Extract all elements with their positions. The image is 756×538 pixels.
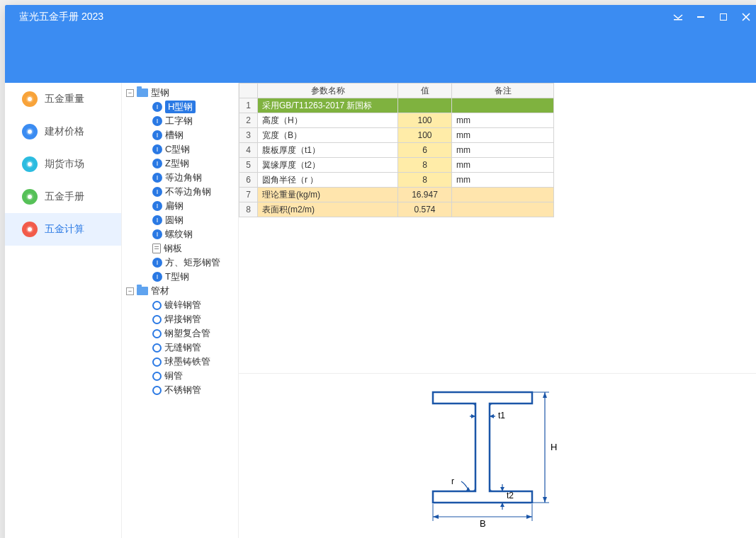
tree-item-label: 镀锌钢管 <box>164 299 201 311</box>
tree-item-label: 铜管 <box>164 370 183 382</box>
tree-item-label: 不锈钢管 <box>164 384 201 396</box>
sheet-icon <box>152 244 161 253</box>
tree-item[interactable]: IH型钢 <box>142 100 238 114</box>
maximize-button[interactable] <box>716 9 731 25</box>
tree-item[interactable]: 球墨铸铁管 <box>142 355 238 369</box>
tree-item[interactable]: I不等边角钢 <box>142 185 238 199</box>
tree-item[interactable]: I等边角钢 <box>142 171 238 185</box>
row-number: 5 <box>239 158 258 173</box>
tree-item[interactable]: I槽钢 <box>142 128 238 142</box>
sidebar-item-3[interactable]: 五金手册 <box>5 181 121 213</box>
title-bar: 蓝光五金手册 2023 <box>5 5 756 83</box>
app-window: { "app": { "title": "蓝光五金手册 2023" }, "si… <box>5 5 756 538</box>
info-badge-icon: I <box>152 272 162 282</box>
tree-item[interactable]: I扁钢 <box>142 199 238 213</box>
close-button[interactable] <box>738 9 754 25</box>
tree-item[interactable]: 不锈钢管 <box>142 383 238 397</box>
table-row[interactable]: 2高度（H）100mm <box>239 113 554 128</box>
minimize-button[interactable] <box>693 9 709 25</box>
tree-item-label: 方、矩形钢管 <box>165 256 220 269</box>
tree-item[interactable]: IC型钢 <box>142 142 238 156</box>
tree-item-label: 等边角钢 <box>165 171 202 184</box>
sidebar-icon <box>22 91 38 107</box>
collapse-icon[interactable]: − <box>126 287 134 295</box>
param-value[interactable]: 6 <box>398 143 452 158</box>
param-note <box>452 188 554 202</box>
tree-item[interactable]: I方、矩形钢管 <box>142 256 238 270</box>
ring-icon <box>152 329 162 338</box>
param-value[interactable]: 16.947 <box>398 188 452 202</box>
table-row[interactable]: 5翼缘厚度（t2）8mm <box>239 158 554 173</box>
tree-item-label: 螺纹钢 <box>165 228 193 241</box>
info-badge-icon: I <box>152 187 162 197</box>
tree-item[interactable]: 钢板 <box>142 241 238 256</box>
sidebar-item-0[interactable]: 五金重量 <box>5 83 121 115</box>
header-value: 值 <box>398 84 452 98</box>
sidebar-item-4[interactable]: 五金计算 <box>5 213 121 246</box>
table-row[interactable]: 1采用GB/T11263-2017 新国标 <box>239 98 554 113</box>
tree-item[interactable]: I工字钢 <box>142 114 238 128</box>
tree-item[interactable]: IT型钢 <box>142 270 238 284</box>
h-beam-diagram: t1 H t2 r <box>419 385 582 530</box>
table-row[interactable]: 8表面积(m2/m)0.574 <box>239 202 554 217</box>
ring-icon <box>152 315 162 324</box>
info-badge-icon: I <box>152 144 162 154</box>
params-table-wrap: 参数名称 值 备注 1采用GB/T11263-2017 新国标2高度（H）100… <box>239 83 756 217</box>
sidebar-icon <box>22 189 38 205</box>
sidebar-item-2[interactable]: 期货市场 <box>5 148 121 181</box>
dropdown-icon[interactable] <box>670 9 686 25</box>
sidebar: 五金重量建材价格期货市场五金手册五金计算 <box>5 83 122 538</box>
param-value[interactable]: 0.574 <box>398 202 452 217</box>
tree-item[interactable]: 钢塑复合管 <box>142 326 238 340</box>
tree-item-label: 钢板 <box>164 242 182 255</box>
sidebar-item-1[interactable]: 建材价格 <box>5 115 121 148</box>
param-value[interactable]: 8 <box>398 173 452 188</box>
param-note: mm <box>452 173 554 188</box>
folder-icon <box>137 287 148 295</box>
tree-item[interactable]: I螺纹钢 <box>142 227 238 241</box>
sidebar-item-label: 建材价格 <box>45 125 84 138</box>
param-name: 采用GB/T11263-2017 新国标 <box>258 98 398 113</box>
label-B: B <box>480 518 486 529</box>
sidebar-item-label: 五金计算 <box>45 223 84 236</box>
table-row[interactable]: 6圆角半径（r ）8mm <box>239 173 554 188</box>
tree-item[interactable]: 镀锌钢管 <box>142 298 238 312</box>
svg-marker-16 <box>543 392 547 398</box>
tree-item[interactable]: 无缝钢管 <box>142 340 238 355</box>
svg-marker-17 <box>543 497 547 503</box>
tree-group[interactable]: −管材 <box>126 284 238 298</box>
svg-point-2 <box>28 97 32 101</box>
ring-icon <box>152 357 162 367</box>
param-value[interactable]: 100 <box>398 128 452 143</box>
sidebar-item-label: 期货市场 <box>45 158 84 171</box>
tree-group[interactable]: −型钢 <box>126 86 238 100</box>
tree-item[interactable]: I圆钢 <box>142 213 238 227</box>
row-number: 4 <box>239 143 258 158</box>
param-value[interactable]: 100 <box>398 113 452 128</box>
table-row[interactable]: 7理论重量(kg/m)16.947 <box>239 188 554 202</box>
svg-marker-26 <box>433 515 439 519</box>
tree-item[interactable]: IZ型钢 <box>142 156 238 171</box>
tree-group-label: 型钢 <box>151 86 169 99</box>
tree-item[interactable]: 铜管 <box>142 369 238 383</box>
table-row[interactable]: 3宽度（B）100mm <box>239 128 554 143</box>
collapse-icon[interactable]: − <box>126 89 134 97</box>
info-badge-icon: I <box>152 229 162 239</box>
svg-marker-27 <box>526 515 532 519</box>
param-name: 宽度（B） <box>258 128 398 143</box>
tree-item-label: 焊接钢管 <box>164 313 201 326</box>
header-name: 参数名称 <box>258 84 398 98</box>
tree-item-label: 球墨铸铁管 <box>164 355 210 368</box>
info-badge-icon: I <box>152 215 162 225</box>
table-row[interactable]: 4腹板厚度（t1）6mm <box>239 143 554 158</box>
tree-item-label: 无缝钢管 <box>164 341 201 354</box>
tree-item[interactable]: 焊接钢管 <box>142 312 238 326</box>
sidebar-item-label: 五金重量 <box>45 93 84 105</box>
ring-icon <box>152 386 162 395</box>
label-t2: t2 <box>507 491 514 500</box>
tree-item-label: T型钢 <box>165 270 189 283</box>
param-value[interactable] <box>398 98 452 113</box>
param-value[interactable]: 8 <box>398 158 452 173</box>
param-name: 圆角半径（r ） <box>258 173 398 188</box>
param-note: mm <box>452 143 554 158</box>
